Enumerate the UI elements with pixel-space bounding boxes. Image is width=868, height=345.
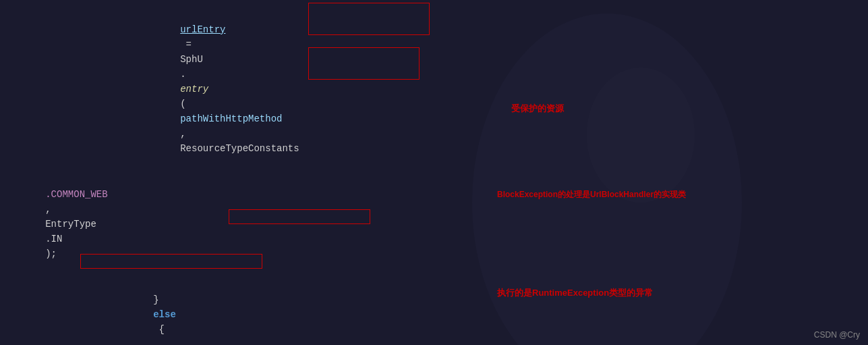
code-container: urlEntry = SphU . entry ( pathWithHttpMe… bbox=[0, 0, 868, 345]
token-urlentry-1: urlEntry bbox=[180, 24, 225, 35]
code-line-1: urlEntry = SphU . entry ( pathWithHttpMe… bbox=[0, 7, 868, 171]
code-lines: urlEntry = SphU . entry ( pathWithHttpMe… bbox=[0, 7, 868, 345]
code-line-2: .COMMON_WEB , EntryType .IN ); bbox=[0, 171, 868, 277]
csdn-watermark: CSDN @Cry bbox=[814, 330, 860, 340]
code-line-3: } else { bbox=[0, 277, 868, 345]
